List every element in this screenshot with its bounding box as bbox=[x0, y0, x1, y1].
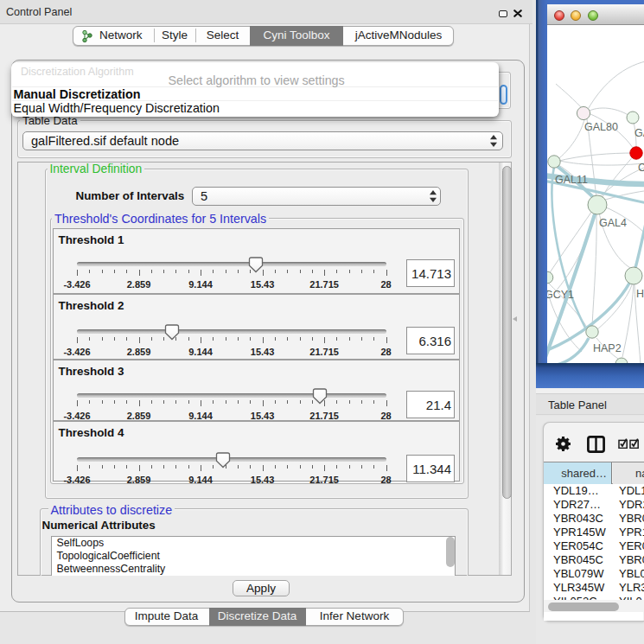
svg-text:GAL4: GAL4 bbox=[599, 217, 627, 229]
svg-text:H: H bbox=[636, 288, 644, 300]
svg-text:GCY1: GCY1 bbox=[547, 289, 574, 301]
svg-text:HAP2: HAP2 bbox=[593, 342, 622, 354]
svg-text:GA: GA bbox=[634, 127, 644, 139]
svg-text:GAL11: GAL11 bbox=[555, 174, 588, 186]
svg-text:GAL80: GAL80 bbox=[584, 121, 618, 133]
svg-text:C: C bbox=[638, 162, 644, 174]
